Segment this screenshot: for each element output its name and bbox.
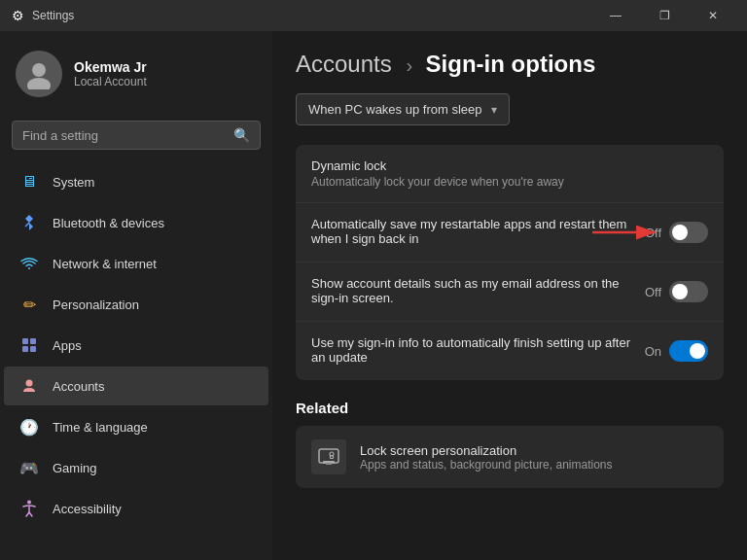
red-arrow-annotation bbox=[592, 218, 670, 247]
lock-screen-subtitle: Apps and status, background picture, ani… bbox=[360, 458, 613, 472]
svg-rect-4 bbox=[30, 338, 36, 344]
accessibility-icon bbox=[19, 499, 39, 518]
dynamic-lock-subtitle: Automatically lock your device when you'… bbox=[311, 175, 708, 189]
sidebar: Okemwa Jr Local Account 🔍 🖥 System bbox=[0, 31, 272, 560]
signin-info-toggle-label: On bbox=[645, 344, 661, 359]
lock-screen-icon bbox=[311, 439, 346, 474]
avatar bbox=[16, 51, 62, 97]
sidebar-item-label: Time & language bbox=[53, 420, 148, 435]
related-header: Related bbox=[296, 400, 724, 416]
toggle-thumb bbox=[672, 225, 688, 240]
settings-section: Dynamic lock Automatically lock your dev… bbox=[296, 145, 724, 380]
svg-rect-13 bbox=[326, 463, 332, 465]
breadcrumb-parent: Accounts bbox=[296, 51, 392, 77]
system-icon: 🖥 bbox=[19, 172, 39, 192]
svg-point-8 bbox=[27, 501, 31, 505]
account-details-toggle-container: Off bbox=[645, 281, 708, 302]
gaming-icon: 🎮 bbox=[19, 458, 39, 477]
signin-info-row: Use my sign-in info to automatically fin… bbox=[296, 322, 724, 380]
svg-rect-15 bbox=[331, 456, 334, 459]
svg-rect-11 bbox=[319, 449, 338, 463]
sidebar-item-gaming[interactable]: 🎮 Gaming bbox=[4, 448, 268, 487]
accounts-icon bbox=[19, 376, 39, 396]
sidebar-item-label: Gaming bbox=[53, 461, 97, 475]
dynamic-lock-text: Dynamic lock Automatically lock your dev… bbox=[311, 158, 708, 189]
signin-info-toggle-container: On bbox=[645, 340, 708, 362]
sidebar-item-personalization[interactable]: ✏ Personalization bbox=[4, 285, 268, 324]
svg-point-0 bbox=[32, 63, 46, 77]
svg-rect-3 bbox=[22, 338, 28, 344]
svg-point-1 bbox=[27, 78, 51, 89]
lock-screen-related-item[interactable]: Lock screen personalization Apps and sta… bbox=[296, 426, 724, 488]
sidebar-item-apps[interactable]: Apps bbox=[4, 326, 268, 365]
sidebar-item-network[interactable]: Network & internet bbox=[4, 244, 268, 283]
close-button[interactable]: ✕ bbox=[691, 0, 735, 31]
sidebar-item-label: Personalization bbox=[53, 298, 139, 312]
svg-line-2 bbox=[25, 223, 29, 227]
settings-icon: ⚙ bbox=[12, 8, 24, 23]
signin-info-toggle[interactable] bbox=[669, 340, 708, 362]
sidebar-item-accounts[interactable]: Accounts bbox=[4, 367, 268, 405]
nav-items: 🖥 System Bluetooth & devices bbox=[0, 161, 272, 529]
restart-apps-toggle[interactable] bbox=[669, 222, 708, 243]
maximize-button[interactable]: ❐ bbox=[642, 0, 687, 31]
bluetooth-icon bbox=[19, 213, 39, 232]
user-info: Okemwa Jr Local Account bbox=[74, 59, 147, 88]
sidebar-item-accessibility[interactable]: Accessibility bbox=[4, 489, 268, 528]
title-bar-text: Settings bbox=[32, 9, 74, 22]
title-bar: ⚙ Settings — ❐ ✕ bbox=[0, 0, 747, 31]
lock-screen-title: Lock screen personalization bbox=[360, 443, 613, 458]
main-layout: Okemwa Jr Local Account 🔍 🖥 System bbox=[0, 31, 747, 560]
search-input[interactable] bbox=[22, 128, 226, 143]
sleep-dropdown-label: When PC wakes up from sleep bbox=[308, 102, 481, 117]
content-area: Accounts › Sign-in options When PC wakes… bbox=[272, 31, 747, 560]
time-icon: 🕐 bbox=[19, 417, 39, 437]
title-bar-controls: — ❐ ✕ bbox=[593, 0, 735, 31]
search-container: 🔍 bbox=[0, 113, 272, 161]
search-icon: 🔍 bbox=[233, 127, 250, 143]
network-icon bbox=[19, 254, 39, 273]
sidebar-item-label: Apps bbox=[53, 338, 82, 353]
restart-apps-row: Automatically save my restartable apps a… bbox=[296, 203, 724, 262]
sidebar-item-bluetooth[interactable]: Bluetooth & devices bbox=[4, 203, 268, 242]
toggle-thumb bbox=[690, 343, 705, 359]
user-profile[interactable]: Okemwa Jr Local Account bbox=[0, 31, 272, 113]
account-details-text: Show account details such as my email ad… bbox=[311, 276, 645, 307]
breadcrumb-current: Sign-in options bbox=[426, 51, 596, 77]
account-details-row: Show account details such as my email ad… bbox=[296, 262, 724, 322]
signin-info-text: Use my sign-in info to automatically fin… bbox=[311, 335, 645, 367]
dynamic-lock-title: Dynamic lock bbox=[311, 158, 708, 173]
svg-rect-6 bbox=[30, 346, 36, 352]
personalization-icon: ✏ bbox=[19, 295, 39, 314]
minimize-button[interactable]: — bbox=[593, 0, 638, 31]
account-details-toggle-label: Off bbox=[645, 285, 661, 299]
breadcrumb-separator: › bbox=[406, 54, 417, 76]
page-title: Accounts › Sign-in options bbox=[296, 51, 724, 78]
svg-rect-5 bbox=[22, 346, 28, 352]
sidebar-item-label: Accessibility bbox=[53, 502, 122, 516]
user-name: Okemwa Jr bbox=[74, 59, 147, 75]
search-box[interactable]: 🔍 bbox=[12, 121, 261, 150]
sidebar-item-label: Bluetooth & devices bbox=[53, 216, 164, 230]
toggle-thumb bbox=[672, 284, 688, 299]
sidebar-item-label: Network & internet bbox=[53, 257, 157, 271]
chevron-down-icon: ▾ bbox=[491, 103, 497, 117]
signin-info-title: Use my sign-in info to automatically fin… bbox=[311, 335, 645, 365]
sidebar-item-label: Accounts bbox=[53, 379, 104, 394]
account-details-title: Show account details such as my email ad… bbox=[311, 276, 645, 305]
sidebar-item-system[interactable]: 🖥 System bbox=[4, 162, 268, 201]
sidebar-item-time[interactable]: 🕐 Time & language bbox=[4, 407, 268, 446]
sleep-dropdown[interactable]: When PC wakes up from sleep ▾ bbox=[296, 93, 510, 125]
dynamic-lock-row: Dynamic lock Automatically lock your dev… bbox=[296, 145, 724, 203]
lock-screen-related-text: Lock screen personalization Apps and sta… bbox=[360, 443, 613, 472]
svg-point-7 bbox=[26, 380, 33, 387]
apps-icon bbox=[19, 335, 39, 355]
sidebar-item-label: System bbox=[53, 175, 94, 190]
account-details-toggle[interactable] bbox=[669, 281, 708, 302]
user-type: Local Account bbox=[74, 75, 147, 88]
